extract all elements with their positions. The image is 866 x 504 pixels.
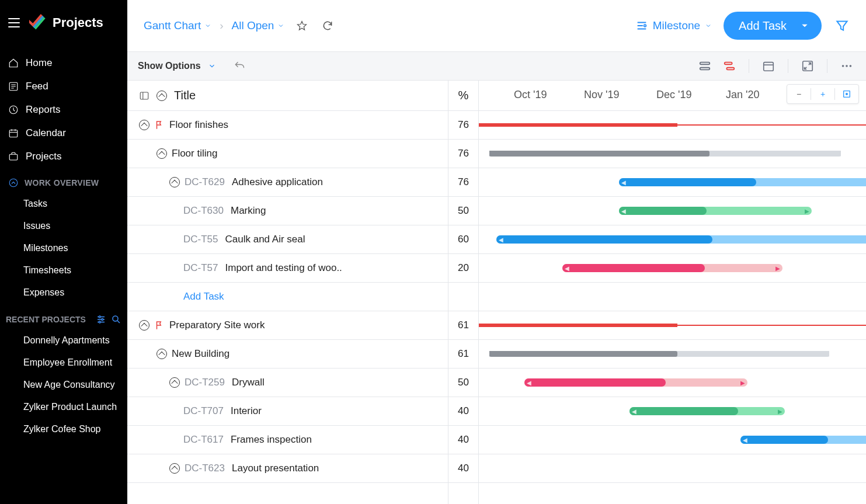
- settings-icon[interactable]: [96, 314, 106, 325]
- caret-down-icon: [801, 22, 809, 30]
- zoom-in-button[interactable]: +: [811, 84, 834, 104]
- topbar: Gantt Chart › All Open Milestone Add Tas…: [127, 0, 866, 51]
- toggle-icon[interactable]: [156, 349, 167, 359]
- nav-home[interactable]: Home: [0, 51, 127, 75]
- task-bar[interactable]: ◀▶: [524, 378, 747, 387]
- caret-down-icon[interactable]: [208, 62, 216, 70]
- search-icon[interactable]: [111, 314, 121, 325]
- nav-label: Reports: [26, 104, 61, 116]
- task-id: DC-T617: [183, 434, 224, 446]
- caret-down-icon: [277, 22, 284, 29]
- recent-item[interactable]: Employee Enrollment: [0, 352, 127, 374]
- show-options-label[interactable]: Show Options: [138, 61, 201, 71]
- summary-bar[interactable]: [479, 325, 866, 326]
- month-label: Jan '20: [726, 89, 759, 101]
- task-bar[interactable]: ◀▶: [496, 235, 866, 244]
- task-row[interactable]: DC-T617Frames inspection: [127, 426, 448, 454]
- recent-title: RECENT PROJECTS: [6, 315, 86, 324]
- task-row[interactable]: Floor tiling: [127, 140, 448, 168]
- reports-icon: [8, 105, 19, 115]
- sub-label: Issues: [23, 221, 50, 231]
- view-mode-1-icon[interactable]: [696, 57, 714, 75]
- work-overview-header[interactable]: WORK OVERVIEW: [0, 168, 127, 193]
- columns-icon[interactable]: [139, 91, 149, 101]
- task-row[interactable]: Floor finishes: [127, 111, 448, 140]
- task-bar[interactable]: ◀▶: [740, 436, 866, 444]
- chevron-up-icon: [8, 178, 19, 188]
- add-task-button[interactable]: Add Task: [724, 12, 822, 40]
- task-row[interactable]: DC-T259Drywall: [127, 369, 448, 397]
- task-row[interactable]: DC-T629Adhesive application: [127, 168, 448, 197]
- pct-cell: 40: [448, 454, 478, 483]
- nav-reports[interactable]: Reports: [0, 98, 127, 121]
- task-bar[interactable]: ◀▶: [562, 264, 782, 272]
- group-bar[interactable]: [489, 351, 829, 357]
- recent-item[interactable]: New Age Consultancy: [0, 374, 127, 396]
- sub-issues[interactable]: Issues: [0, 215, 127, 237]
- nav-projects[interactable]: Projects: [0, 145, 127, 168]
- sub-expenses[interactable]: Expenses: [0, 281, 127, 304]
- recent-item[interactable]: Zylker Product Launch: [0, 396, 127, 418]
- more-icon[interactable]: [838, 57, 855, 75]
- nav-feed[interactable]: Feed: [0, 75, 127, 98]
- recent-item[interactable]: Donnelly Apartments: [0, 329, 127, 352]
- group-bar[interactable]: [489, 151, 841, 157]
- sub-milestones[interactable]: Milestones: [0, 237, 127, 259]
- task-row[interactable]: DC-T630Marking: [127, 197, 448, 225]
- task-name: Frames inspection: [231, 434, 312, 446]
- hamburger-icon[interactable]: [8, 18, 20, 27]
- zoom-out-button[interactable]: −: [787, 84, 811, 104]
- pct-cell: 76: [448, 140, 478, 168]
- recent-item[interactable]: Zylker Cofee Shop: [0, 418, 127, 440]
- calendar-icon: [8, 128, 19, 138]
- title-header: Title: [174, 89, 196, 102]
- task-row[interactable]: DC-T707Interior: [127, 397, 448, 426]
- star-icon[interactable]: [296, 20, 308, 32]
- flag-icon: [154, 320, 165, 331]
- timeline-row: [479, 454, 866, 483]
- task-name: Floor tiling: [172, 148, 217, 159]
- add-task-row[interactable]: Add Task: [127, 283, 448, 311]
- nav-label: Projects: [26, 151, 61, 162]
- calendar-icon[interactable]: [760, 57, 777, 75]
- toggle-icon[interactable]: [169, 463, 180, 474]
- task-bar[interactable]: ◀▶: [619, 207, 812, 215]
- nav-label: Feed: [26, 81, 48, 92]
- recent-label: Employee Enrollment: [23, 357, 112, 367]
- summary-bar[interactable]: [479, 124, 866, 126]
- pct-cell: [448, 283, 478, 311]
- task-bar[interactable]: ◀▶: [619, 178, 866, 186]
- filter-icon[interactable]: [834, 18, 850, 33]
- pct-cell: 60: [448, 225, 478, 254]
- view-selector[interactable]: Gantt Chart: [144, 19, 211, 32]
- milestone-selector[interactable]: Milestone: [635, 19, 712, 32]
- task-bar[interactable]: ◀▶: [629, 407, 785, 415]
- toggle-icon[interactable]: [139, 120, 149, 130]
- toggle-icon[interactable]: [156, 148, 167, 159]
- toggle-icon[interactable]: [169, 177, 180, 187]
- view-mode-2-icon[interactable]: [721, 57, 738, 75]
- undo-icon[interactable]: [234, 60, 245, 72]
- nav-label: Home: [26, 57, 52, 69]
- toggle-icon[interactable]: [139, 320, 149, 331]
- refresh-icon[interactable]: [322, 20, 333, 32]
- task-id: DC-T629: [185, 176, 225, 188]
- collapse-all-icon[interactable]: [156, 91, 167, 101]
- task-row[interactable]: DC-T623Layout presentation: [127, 454, 448, 483]
- sub-timesheets[interactable]: Timesheets: [0, 259, 127, 281]
- task-row[interactable]: DC-T55Caulk and Air seal: [127, 225, 448, 254]
- filter-selector[interactable]: All Open: [232, 19, 285, 32]
- expand-icon[interactable]: [799, 57, 816, 75]
- task-row[interactable]: New Building: [127, 340, 448, 369]
- nav-calendar[interactable]: Calendar: [0, 121, 127, 145]
- task-column: Title Floor finishesFloor tilingDC-T629A…: [127, 81, 448, 504]
- task-row[interactable]: Preparatory Site work: [127, 311, 448, 340]
- task-row[interactable]: DC-T57Import and testing of woo..: [127, 254, 448, 283]
- add-task-label: Add Task: [739, 19, 787, 33]
- zoom-fit-button[interactable]: [835, 84, 858, 104]
- sub-tasks[interactable]: Tasks: [0, 193, 127, 215]
- svg-rect-11: [700, 68, 710, 70]
- svg-point-17: [846, 65, 848, 67]
- toggle-icon[interactable]: [169, 377, 180, 388]
- timeline-row: ◀▶: [479, 369, 866, 397]
